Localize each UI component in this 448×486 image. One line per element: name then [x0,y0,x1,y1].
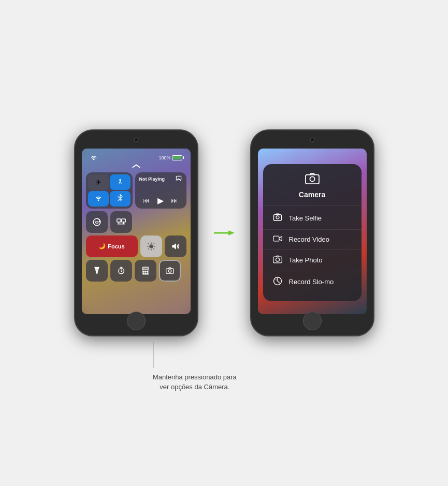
fast-forward-button[interactable]: ⏭ [171,196,178,204]
now-playing-tile[interactable]: Not Playing ⏮ [135,172,186,209]
svg-point-28 [168,270,171,272]
right-device: Camera Take Self [250,129,374,336]
svg-line-10 [153,248,154,249]
rewind-button[interactable]: ⏮ [143,196,150,204]
home-button-right[interactable] [303,312,322,330]
svg-point-21 [143,271,144,272]
camera-menu-title: Camera [299,190,325,199]
video-icon [272,235,283,244]
callout-text: Mantenha pressionado paraver opções da C… [153,372,237,392]
connectivity-block: ✈ [86,172,133,209]
direction-arrow [214,222,235,244]
photo-icon [272,255,283,266]
take-selfie-label: Take Selfie [289,214,322,222]
flashlight-tile[interactable] [86,260,108,282]
wifi-tile[interactable] [88,191,109,207]
row-4 [86,260,186,282]
camera-large-icon [305,172,320,188]
row-1: ✈ [86,172,186,209]
timer-tile[interactable] [110,260,132,282]
svg-line-9 [148,243,149,244]
focus-label: Focus [108,243,124,249]
focus-icon: 🌙 [98,243,106,249]
svg-point-23 [147,271,148,272]
brightness-tile[interactable] [140,235,162,257]
row-3: 🌙 Focus [86,235,186,257]
status-bar: 100% [86,153,186,163]
arrow-container [214,222,235,244]
record-video-label: Record Video [289,235,330,243]
play-pause-button[interactable]: ▶ [157,196,164,205]
svg-rect-5 [121,219,125,222]
airplane-icon: ✈ [95,178,102,186]
airdrop-tile[interactable] [110,174,131,190]
dismiss-chevron[interactable] [86,163,186,170]
take-selfie-item[interactable]: Take Selfie [263,208,362,230]
record-slomo-item[interactable]: Record Slo-mo [263,271,362,293]
svg-rect-20 [143,268,148,270]
svg-point-6 [150,245,153,248]
svg-point-24 [143,272,144,273]
airdrop-icon [117,178,124,186]
take-photo-item[interactable]: Take Photo [263,250,362,271]
battery-status: 100% [158,155,182,160]
airplay-icon[interactable] [175,175,182,183]
row-2 [86,211,186,233]
screen-mirror-tile[interactable] [110,211,132,233]
camera-tile[interactable] [159,260,181,282]
left-screen: 100% [82,149,191,314]
svg-marker-17 [94,267,99,269]
wifi-icon [95,195,102,203]
svg-rect-29 [306,174,319,184]
selfie-icon [272,213,283,224]
camera-menu-items: Take Selfie Record Video [263,205,362,293]
callout-container: Mantenha pressionado paraver opções da C… [153,342,237,392]
callout-line [153,342,153,368]
camera-menu-header: Camera [263,172,362,205]
calculator-tile[interactable] [135,260,156,282]
svg-point-0 [119,179,121,181]
orientation-lock-tile[interactable] [86,211,108,233]
svg-point-22 [144,271,146,272]
bluetooth-icon [118,194,123,203]
svg-point-32 [276,216,279,219]
control-center-grid: ✈ [86,172,186,282]
svg-point-35 [276,258,279,261]
now-playing-header: Not Playing [139,175,182,183]
slomo-icon [272,276,283,288]
svg-line-14 [153,243,154,244]
front-camera-right [310,138,314,142]
left-device: 100% [74,129,198,336]
svg-point-30 [310,176,314,181]
now-playing-title: Not Playing [139,176,165,182]
record-video-item[interactable]: Record Video [263,230,362,250]
bluetooth-tile[interactable] [110,191,131,207]
devices-container: 100% [74,129,374,336]
take-photo-label: Take Photo [289,256,323,264]
svg-rect-33 [273,236,279,241]
home-button-left[interactable] [127,312,146,330]
playback-controls: ⏮ ▶ ⏭ [139,196,182,205]
wifi-status [90,155,97,161]
focus-tile[interactable]: 🌙 Focus [86,235,138,257]
svg-rect-1 [176,176,181,180]
svg-rect-16 [96,272,97,273]
svg-rect-3 [95,221,98,223]
airplane-mode-tile[interactable]: ✈ [88,174,109,190]
camera-menu-panel: Camera Take Self [263,164,362,301]
battery-percent: 100% [158,155,170,160]
svg-rect-4 [117,219,121,222]
front-camera [134,138,138,142]
battery-icon [172,155,182,160]
svg-point-25 [144,272,146,273]
svg-marker-15 [95,269,98,272]
record-slomo-label: Record Slo-mo [289,278,334,286]
volume-tile[interactable] [165,235,186,257]
svg-point-26 [147,272,148,273]
svg-line-13 [148,248,149,249]
right-screen: Camera Take Self [258,149,367,314]
